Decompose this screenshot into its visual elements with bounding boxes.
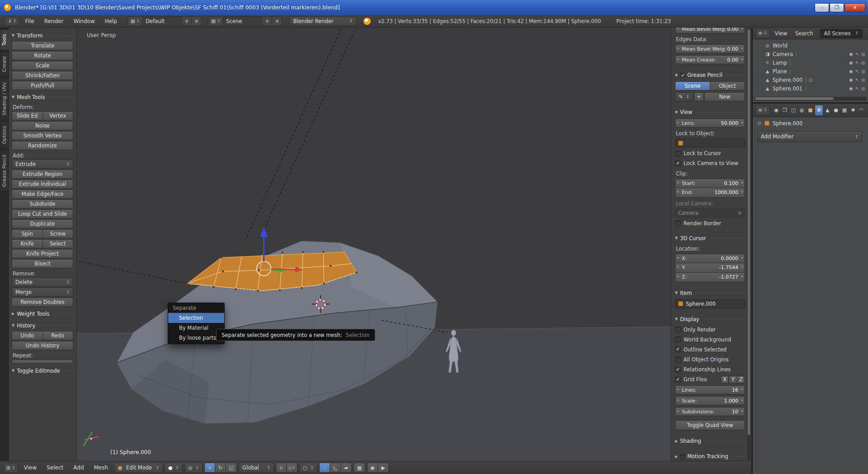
viewport-3d[interactable]: User Persp (1) Sphere.000 Separate Selec… [77,28,671,461]
local-camera-field[interactable]: Camera × [675,209,745,218]
randomize-button[interactable]: Randomize [12,141,73,150]
cursor-x-field[interactable]: ◂X: 0.0000▸ [675,254,745,263]
mean-bevel-weight-field[interactable]: ◂Mean Bevel Weig: 0.00▸ [675,44,745,53]
menu-render[interactable]: Render [40,15,68,27]
render-toggle-icon[interactable]: ◎ [861,60,865,65]
cursor-y-field[interactable]: ◂Y: -1.7544▸ [675,263,745,273]
maximize-button[interactable]: ❐ [830,3,844,12]
expand-icon[interactable]: ◦ [758,61,762,65]
panel-header-weight-tools[interactable]: ▶ Weight Tools [12,309,73,318]
menu-window[interactable]: Window [69,15,99,27]
editor-type-properties-button[interactable]: ≡ ↕ [755,105,770,115]
props-tab-data[interactable]: ▲ [824,105,831,115]
expand-icon[interactable]: ◦ [758,78,762,82]
render-toggle-icon[interactable]: ◎ [861,69,865,74]
props-tab-object[interactable]: ■ [807,105,814,115]
scale-button[interactable]: Scale [12,61,73,70]
spin-button[interactable]: Spin [12,229,43,238]
item-name-field[interactable]: Sphere.000 [675,299,745,308]
panel-header-grease-pencil[interactable]: ▼ Grease Pencil [675,71,745,80]
expand-icon[interactable]: ◦ [758,43,762,48]
menu-file[interactable]: File [21,15,38,27]
rotate-button[interactable]: Rotate [12,51,73,60]
panel-header-display[interactable]: ▼Display [675,315,745,324]
extrude-region-button[interactable]: Extrude Region [12,170,73,179]
limit-to-visible-toggle[interactable]: ▦ [354,463,365,473]
panel-header-motion-tracking[interactable]: ▶ Motion Tracking [675,452,745,461]
toggle-quad-view-button[interactable]: Toggle Quad View [675,420,745,430]
smooth-vertex-button[interactable]: Smooth Vertex [12,131,73,140]
layout-add-button[interactable]: + [182,16,192,26]
knife-project-button[interactable]: Knife Project [12,249,73,258]
outliner-item-camera[interactable]: ◦ ◨ Camera| ◉ ↖ ◎ [753,50,868,58]
sidebar-scrollbar[interactable] [747,28,750,460]
screw-button[interactable]: Screw [43,229,74,238]
render-toggle-icon[interactable]: ◎ [861,86,865,91]
editor-type-outliner-button[interactable]: ≡ ↕ [755,28,770,38]
viewport-shading-select[interactable]: ● ↕ [165,463,183,473]
grid-axis-x-toggle[interactable]: X [721,376,729,384]
panel-header-item[interactable]: ▼Item [675,289,745,298]
editor-type-info-button[interactable]: i ↕ [5,16,19,26]
grease-pencil-checkbox[interactable] [680,73,685,78]
extrude-individual-button[interactable]: Extrude Individual [12,180,73,189]
props-tab-world[interactable]: ◍ [798,105,806,115]
props-tab-texture[interactable]: ▦ [841,105,849,115]
shrink-fatten-button[interactable]: Shrink/Fatten [12,71,73,80]
translate-button[interactable]: Translate [12,41,73,50]
mean-bevel-weight-field[interactable]: ◂Mean Bevel Weig: 0.00▸ [675,28,745,33]
props-tab-render-layers[interactable]: ❐ [781,105,789,115]
menu-view[interactable]: View [20,461,41,474]
menu-add[interactable]: Add [69,461,88,474]
render-engine-select[interactable]: Blender Render ↕ [289,17,356,26]
manipulator-rotate-toggle[interactable]: ↻ [215,463,226,473]
remove-doubles-button[interactable]: Remove Doubles [12,298,73,307]
scene-name-field[interactable]: Scene [223,16,262,26]
layout-browse-button[interactable]: ⊞ ↕ [127,16,143,26]
knife-select-button[interactable]: Select [43,239,74,248]
expand-icon[interactable]: ◦ [758,69,762,74]
viewport-canvas[interactable] [77,28,671,461]
props-tab-scene[interactable]: ◫ [789,105,797,115]
checkbox-box[interactable] [675,346,681,352]
scene-add-button[interactable]: + [262,16,272,26]
world-background-checkbox[interactable]: World Background [675,336,745,344]
only-render-checkbox[interactable]: Only Render [675,326,745,334]
editor-type-3dview-button[interactable]: ⊞ ↕ [4,463,18,473]
selectable-toggle-icon[interactable]: ↖ [855,69,859,74]
menu-item-selection[interactable]: Selection [168,313,224,323]
gp-scene-toggle[interactable]: Scene [675,81,710,90]
grid-axis-z-toggle[interactable]: Z [737,376,745,384]
expand-icon[interactable]: ◦ [758,86,762,91]
outliner-item-world[interactable]: ◦ ◍ World [753,41,868,50]
hide-toggle-eye-icon[interactable]: ◉ [849,77,853,82]
hide-toggle-eye-icon[interactable]: ◉ [849,86,853,91]
checkbox-box[interactable] [675,220,681,226]
delete-dropdown[interactable]: Delete ↕ [12,278,73,287]
checkbox-box[interactable] [675,327,681,332]
edge-select-mode-toggle[interactable]: ◺ [330,463,341,473]
noise-button[interactable]: Noise [12,121,73,130]
extrude-dropdown[interactable]: Extrude ↕ [12,160,73,169]
expand-icon[interactable]: ◦ [758,52,762,57]
vertex-select-mode-toggle[interactable]: ∴ [319,463,330,473]
gp-layer-browse[interactable]: ✎ ↕ [675,92,693,101]
mode-select[interactable]: ▣ Edit Mode ↕ [114,463,163,473]
pivot-point-select[interactable]: ◎ ↕ [184,463,203,473]
checkbox-box[interactable] [675,337,681,342]
merge-dropdown[interactable]: Merge ↕ [12,288,73,297]
checkbox-box[interactable] [675,161,681,166]
checkbox-box[interactable] [675,151,681,156]
panel-header-history[interactable]: ▼ History [12,321,73,330]
lock-camera-checkbox[interactable]: Lock Camera to View [675,159,745,167]
outliner-menu-search[interactable]: Search [792,28,816,39]
props-tab-render[interactable]: ◉ [773,105,780,115]
outliner-item-lamp[interactable]: ◦ ☼ Lamp| ◉ ↖ ◎ [753,58,868,67]
selectable-toggle-icon[interactable]: ↖ [855,86,859,91]
outline-selected-checkbox[interactable]: Outline Selected [675,346,745,354]
repeat-last-button-clipped[interactable] [12,360,73,364]
scene-delete-button[interactable]: × [272,16,282,26]
transform-orientation-select[interactable]: Global ↕ [239,463,274,473]
menu-help[interactable]: Help [101,15,121,27]
minimize-button[interactable]: – [815,3,829,12]
